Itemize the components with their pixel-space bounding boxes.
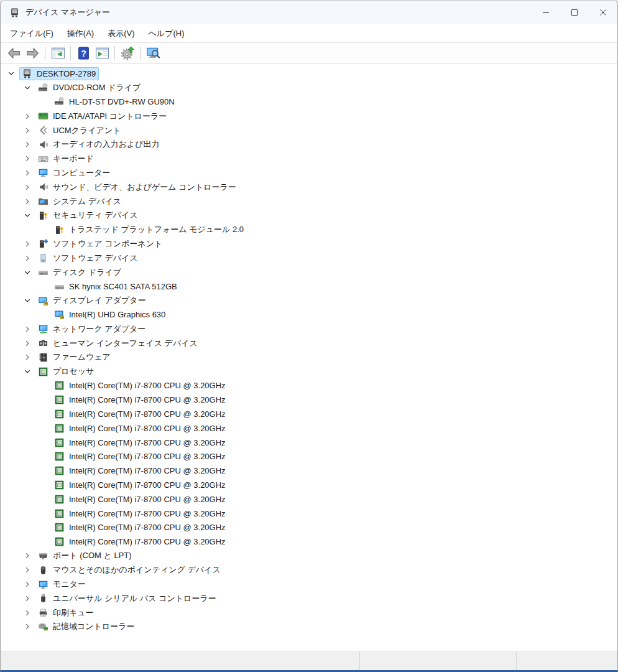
- tree-item[interactable]: ポート (COM と LPT): [35, 549, 135, 562]
- tree-row[interactable]: UCMクライアント: [1, 123, 617, 138]
- tree-item[interactable]: プロセッサ: [35, 365, 98, 378]
- tree-item[interactable]: オーディオの入力および出力: [35, 138, 162, 151]
- chevron-down-icon[interactable]: [22, 210, 33, 220]
- tree-item[interactable]: 印刷キュー: [35, 606, 97, 620]
- tree-row[interactable]: SK hynix SC401 SATA 512GB: [1, 279, 617, 294]
- tree-row[interactable]: Intel(R) Core(TM) i7-8700 CPU @ 3.20GHz: [1, 492, 617, 506]
- tree-item[interactable]: コンピューター: [35, 166, 114, 180]
- tree-row[interactable]: Intel(R) Core(TM) i7-8700 CPU @ 3.20GHz: [1, 534, 617, 549]
- tree-row[interactable]: Intel(R) Core(TM) i7-8700 CPU @ 3.20GHz: [1, 436, 617, 450]
- chevron-right-icon[interactable]: [22, 608, 33, 618]
- tree-item[interactable]: トラステッド プラットフォーム モジュール 2.0: [52, 223, 247, 236]
- minimize-button[interactable]: [532, 1, 560, 24]
- tree-row[interactable]: Intel(R) Core(TM) i7-8700 CPU @ 3.20GHz: [1, 407, 617, 421]
- tree-row[interactable]: Intel(R) Core(TM) i7-8700 CPU @ 3.20GHz: [1, 450, 617, 464]
- tree-item[interactable]: ソフトウェア コンポーネント: [35, 237, 165, 251]
- tree-row[interactable]: ユニバーサル シリアル バス コントローラー: [1, 591, 617, 605]
- tree-item[interactable]: ユニバーサル シリアル バス コントローラー: [35, 592, 219, 605]
- chevron-right-icon[interactable]: [22, 622, 33, 632]
- tree-item[interactable]: Intel(R) Core(TM) i7-8700 CPU @ 3.20GHz: [52, 408, 229, 421]
- device-manager-view-button[interactable]: [144, 44, 162, 62]
- tree-item[interactable]: ディスク ドライブ: [35, 266, 124, 279]
- tree-row[interactable]: サウンド、ビデオ、およびゲーム コントローラー: [1, 180, 617, 194]
- tree-row[interactable]: トラステッド プラットフォーム モジュール 2.0: [1, 223, 617, 237]
- chevron-right-icon[interactable]: [22, 338, 33, 348]
- tree-row[interactable]: モニター: [1, 577, 617, 592]
- tree-item[interactable]: HL-DT-ST DVD+-RW GU90N: [52, 95, 178, 108]
- chevron-right-icon[interactable]: [22, 168, 33, 178]
- chevron-down-icon[interactable]: [22, 296, 33, 306]
- tree-item[interactable]: Intel(R) Core(TM) i7-8700 CPU @ 3.20GHz: [52, 436, 229, 449]
- chevron-right-icon[interactable]: [22, 579, 33, 589]
- tree-row[interactable]: DESKTOP-2789: [1, 67, 617, 81]
- tree-row[interactable]: ディスプレイ アダプター: [1, 294, 617, 308]
- chevron-right-icon[interactable]: [22, 154, 33, 164]
- tree-item[interactable]: Intel(R) Core(TM) i7-8700 CPU @ 3.20GHz: [52, 478, 229, 492]
- chevron-right-icon[interactable]: [22, 324, 33, 334]
- tree-item[interactable]: キーボード: [35, 152, 97, 166]
- tree-row[interactable]: ヒューマン インターフェイス デバイス: [1, 336, 617, 350]
- chevron-right-icon[interactable]: [22, 111, 33, 121]
- tree-row[interactable]: Intel(R) Core(TM) i7-8700 CPU @ 3.20GHz: [1, 506, 617, 521]
- tree-row[interactable]: コンピューター: [1, 166, 617, 180]
- tree-row[interactable]: DVD/CD-ROM ドライブ: [1, 81, 617, 95]
- menu-file[interactable]: ファイル(F): [3, 24, 60, 42]
- chevron-down-icon[interactable]: [22, 83, 33, 93]
- chevron-right-icon[interactable]: [22, 352, 33, 362]
- tree-row[interactable]: ファームウェア: [1, 350, 617, 365]
- show-console-tree-button[interactable]: [48, 44, 67, 62]
- tree-row[interactable]: セキュリティ デバイス: [1, 208, 617, 223]
- tree-row[interactable]: プロセッサ: [1, 365, 617, 379]
- tree-item[interactable]: Intel(R) Core(TM) i7-8700 CPU @ 3.20GHz: [52, 507, 229, 520]
- tree-row[interactable]: Intel(R) Core(TM) i7-8700 CPU @ 3.20GHz: [1, 464, 617, 478]
- chevron-right-icon[interactable]: [22, 565, 33, 575]
- chevron-right-icon[interactable]: [22, 594, 33, 604]
- tree-row[interactable]: Intel(R) Core(TM) i7-8700 CPU @ 3.20GHz: [1, 421, 617, 436]
- chevron-right-icon[interactable]: [22, 253, 33, 263]
- scan-hardware-changes-button[interactable]: [118, 44, 137, 62]
- tree-item[interactable]: Intel(R) Core(TM) i7-8700 CPU @ 3.20GHz: [52, 493, 229, 506]
- tree-row[interactable]: 記憶域コントローラー: [1, 620, 617, 634]
- tree-item[interactable]: ヒューマン インターフェイス デバイス: [35, 337, 201, 350]
- action-pane-button[interactable]: [93, 44, 111, 62]
- help-button[interactable]: ?: [74, 44, 93, 62]
- tree-item[interactable]: モニター: [35, 577, 89, 591]
- tree-item[interactable]: Intel(R) Core(TM) i7-8700 CPU @ 3.20GHz: [52, 464, 229, 477]
- tree-item[interactable]: Intel(R) Core(TM) i7-8700 CPU @ 3.20GHz: [52, 422, 229, 435]
- tree-row[interactable]: IDE ATA/ATAPI コントローラー: [1, 109, 617, 123]
- tree-row[interactable]: Intel(R) Core(TM) i7-8700 CPU @ 3.20GHz: [1, 521, 617, 535]
- tree-row[interactable]: HL-DT-ST DVD+-RW GU90N: [1, 95, 617, 110]
- tree-item[interactable]: セキュリティ デバイス: [35, 208, 141, 222]
- chevron-right-icon[interactable]: [22, 182, 33, 192]
- tree-item[interactable]: サウンド、ビデオ、およびゲーム コントローラー: [35, 180, 239, 194]
- tree-row[interactable]: Intel(R) UHD Graphics 630: [1, 308, 617, 322]
- tree-item[interactable]: ディスプレイ アダプター: [35, 294, 149, 307]
- tree-item[interactable]: Intel(R) Core(TM) i7-8700 CPU @ 3.20GHz: [52, 450, 229, 463]
- tree-row[interactable]: ディスク ドライブ: [1, 265, 617, 279]
- menu-help[interactable]: ヘルプ(H): [142, 24, 191, 42]
- tree-item-selected[interactable]: DESKTOP-2789: [19, 67, 99, 80]
- tree-row[interactable]: Intel(R) Core(TM) i7-8700 CPU @ 3.20GHz: [1, 393, 617, 407]
- tree-item[interactable]: IDE ATA/ATAPI コントローラー: [35, 110, 170, 123]
- tree-item[interactable]: ソフトウェア デバイス: [35, 251, 141, 265]
- chevron-down-icon[interactable]: [6, 68, 17, 78]
- tree-item[interactable]: DVD/CD-ROM ドライブ: [35, 81, 144, 95]
- chevron-right-icon[interactable]: [22, 551, 33, 561]
- tree-item[interactable]: ファームウェア: [35, 350, 114, 364]
- tree-item[interactable]: Intel(R) UHD Graphics 630: [52, 308, 168, 321]
- chevron-down-icon[interactable]: [22, 366, 33, 376]
- tree-row[interactable]: ポート (COM と LPT): [1, 549, 617, 563]
- back-button[interactable]: [4, 44, 23, 62]
- menu-view[interactable]: 表示(V): [101, 24, 141, 42]
- chevron-right-icon[interactable]: [22, 126, 33, 136]
- tree-row[interactable]: システム デバイス: [1, 194, 617, 208]
- tree-row[interactable]: Intel(R) Core(TM) i7-8700 CPU @ 3.20GHz: [1, 379, 617, 393]
- tree-item[interactable]: Intel(R) Core(TM) i7-8700 CPU @ 3.20GHz: [52, 393, 229, 406]
- tree-item[interactable]: マウスとそのほかのポインティング デバイス: [35, 563, 224, 577]
- forward-button[interactable]: [23, 44, 42, 62]
- chevron-right-icon[interactable]: [22, 239, 33, 249]
- tree-row[interactable]: オーディオの入力および出力: [1, 138, 617, 152]
- tree-row[interactable]: キーボード: [1, 152, 617, 166]
- tree-item[interactable]: ネットワーク アダプター: [35, 322, 149, 336]
- tree-item[interactable]: UCMクライアント: [35, 124, 124, 138]
